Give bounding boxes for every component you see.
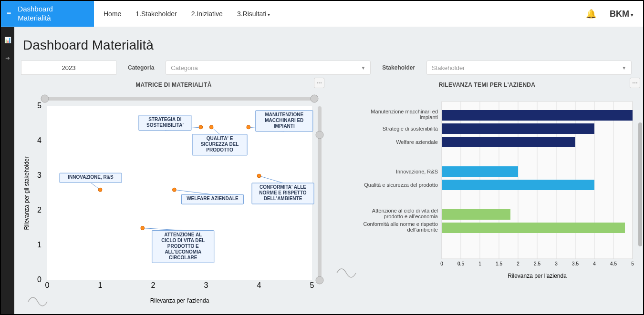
svg-point-59: [257, 174, 261, 178]
hamburger-icon[interactable]: ≡: [7, 10, 11, 18]
svg-text:3: 3: [555, 261, 558, 266]
svg-text:Manutenzione macchinari ed: Manutenzione macchinari ed: [371, 109, 438, 114]
svg-text:4: 4: [257, 281, 261, 289]
nav-home[interactable]: Home: [104, 10, 121, 18]
categoria-label: Categoria: [128, 64, 154, 71]
chevron-down-icon: ▼: [622, 65, 626, 71]
svg-text:SOSTENIBILITA': SOSTENIBILITA': [146, 122, 184, 128]
svg-text:2: 2: [37, 206, 42, 214]
svg-text:MACCHINARI ED: MACCHINARI ED: [265, 118, 303, 123]
svg-text:Attenzione al ciclo di vita de: Attenzione al ciclo di vita del: [372, 208, 438, 213]
bar-panel: RILEVANZA TEMI PER L'AZIENDA ⋯ 00.511.52…: [332, 80, 642, 308]
relevance-bar-chart: 00.511.522.533.544.55Manutenzione macchi…: [332, 92, 642, 283]
scatter-title: MATRICE DI MATERIALITÀ: [21, 81, 326, 88]
scatter-menu-icon[interactable]: ⋯: [314, 78, 324, 88]
svg-text:0: 0: [37, 275, 42, 284]
svg-point-24: [98, 188, 102, 192]
svg-text:0.5: 0.5: [457, 261, 464, 266]
svg-text:3: 3: [37, 171, 42, 179]
stakeholder-label: Stakeholder: [382, 64, 415, 71]
top-nav: Home 1.Stakeholder 2.Iniziative 3.Risult…: [94, 1, 280, 27]
svg-text:3.5: 3.5: [572, 261, 579, 266]
svg-text:Innovazione, R&S: Innovazione, R&S: [396, 169, 438, 174]
svg-point-53: [247, 125, 250, 129]
svg-text:PRODOTTO E: PRODOTTO E: [167, 244, 199, 249]
brand-title: Dashboard Materialità: [18, 5, 52, 23]
svg-rect-97: [442, 223, 625, 233]
svg-text:WELFARE AZIENDALE: WELFARE AZIENDALE: [187, 196, 239, 201]
svg-text:Strategie di sostenibilità: Strategie di sostenibilità: [383, 126, 438, 132]
left-rail: 📊 ➜: [1, 27, 14, 314]
nav-stakeholder[interactable]: 1.Stakeholder: [135, 10, 177, 18]
svg-text:1: 1: [478, 261, 481, 266]
top-header: ≡ Dashboard Materialità Home 1.Stakehold…: [1, 1, 643, 27]
svg-text:1: 1: [37, 241, 42, 249]
user-menu[interactable]: BKM: [610, 9, 634, 19]
bar-menu-icon[interactable]: ⋯: [630, 78, 640, 88]
svg-text:Conformità alle norme e rispet: Conformità alle norme e rispetto: [363, 221, 438, 227]
rail-chart-icon[interactable]: 📊: [4, 37, 11, 43]
nav-iniziative[interactable]: 2.Iniziative: [191, 10, 223, 18]
svg-text:CIRCOLARE: CIRCOLARE: [169, 255, 197, 260]
nav-risultati[interactable]: 3.Risultati: [237, 10, 270, 18]
svg-point-5: [316, 276, 323, 284]
svg-point-2: [311, 95, 318, 102]
svg-text:4: 4: [593, 261, 596, 266]
svg-text:2.5: 2.5: [534, 261, 540, 266]
page-scrollbar[interactable]: [638, 122, 642, 246]
svg-text:2: 2: [517, 261, 519, 266]
categoria-placeholder: Categoria: [171, 64, 197, 71]
svg-text:QUALITA' E: QUALITA' E: [207, 136, 233, 141]
svg-point-4: [316, 131, 323, 139]
stakeholder-dropdown[interactable]: Stakeholder ▼: [426, 61, 632, 75]
svg-rect-88: [442, 137, 575, 147]
svg-rect-90: [442, 166, 518, 177]
svg-rect-0: [42, 97, 317, 101]
brand-block: ≡ Dashboard Materialità: [1, 1, 94, 27]
svg-text:INNOVAZIONE, R&S: INNOVAZIONE, R&S: [68, 174, 114, 180]
svg-text:NORME E RISPETTO: NORME E RISPETTO: [259, 190, 306, 195]
svg-text:Welfare aziendale: Welfare aziendale: [396, 139, 438, 145]
filter-row: 2023 Categoria Categoria ▼ Stakeholder S…: [21, 61, 636, 75]
svg-text:dell'ambiente: dell'ambiente: [407, 227, 438, 233]
svg-text:impianti: impianti: [420, 114, 438, 120]
page-body: Dashboard Materialità 2023 Categoria Cat…: [14, 27, 643, 314]
svg-text:Rilevanza per l'azienda: Rilevanza per l'azienda: [508, 273, 567, 279]
svg-text:3: 3: [204, 281, 208, 289]
svg-point-36: [172, 188, 176, 192]
materiality-matrix-chart: 001122334455Rilevanza per l'aziendaRilev…: [21, 92, 326, 306]
svg-text:CICLO DI VITA DEL: CICLO DI VITA DEL: [161, 238, 205, 243]
svg-text:SICUREZZA DEL: SICUREZZA DEL: [201, 142, 239, 147]
svg-text:1: 1: [98, 281, 103, 289]
svg-text:5: 5: [37, 102, 42, 110]
rail-exit-icon[interactable]: ➜: [5, 55, 10, 61]
svg-text:1.5: 1.5: [496, 261, 502, 266]
year-value: 2023: [62, 64, 76, 71]
svg-point-1: [41, 95, 49, 102]
svg-rect-92: [442, 180, 594, 190]
svg-text:ALL'ECONOMIA: ALL'ECONOMIA: [165, 249, 201, 254]
svg-text:PRODOTTO: PRODOTTO: [206, 147, 233, 152]
svg-text:2: 2: [151, 281, 156, 289]
page-title: Dashboard Materialità: [23, 38, 636, 53]
svg-point-41: [199, 125, 203, 129]
svg-text:0: 0: [440, 261, 443, 266]
svg-text:DELL'AMBIENTE: DELL'AMBIENTE: [264, 196, 302, 201]
svg-text:ATTENZIONE AL: ATTENZIONE AL: [164, 232, 202, 237]
svg-text:0: 0: [45, 281, 50, 289]
categoria-dropdown[interactable]: Categoria ▼: [166, 61, 371, 75]
stakeholder-placeholder: Stakeholder: [432, 64, 465, 71]
svg-text:5: 5: [631, 261, 634, 266]
svg-text:4.5: 4.5: [610, 261, 617, 266]
svg-point-32: [141, 226, 145, 230]
svg-text:MANUTENZIONE: MANUTENZIONE: [265, 112, 304, 117]
year-selector[interactable]: 2023: [21, 61, 116, 75]
svg-text:4: 4: [37, 136, 42, 144]
svg-text:STRATEGIA DI: STRATEGIA DI: [148, 117, 182, 122]
chevron-down-icon: ▼: [361, 65, 365, 71]
svg-rect-83: [442, 110, 633, 121]
bell-icon[interactable]: 🔔: [586, 9, 596, 19]
svg-point-47: [209, 125, 213, 129]
svg-rect-94: [442, 209, 510, 220]
bar-title: RILEVANZA TEMI PER L'AZIENDA: [332, 81, 642, 88]
